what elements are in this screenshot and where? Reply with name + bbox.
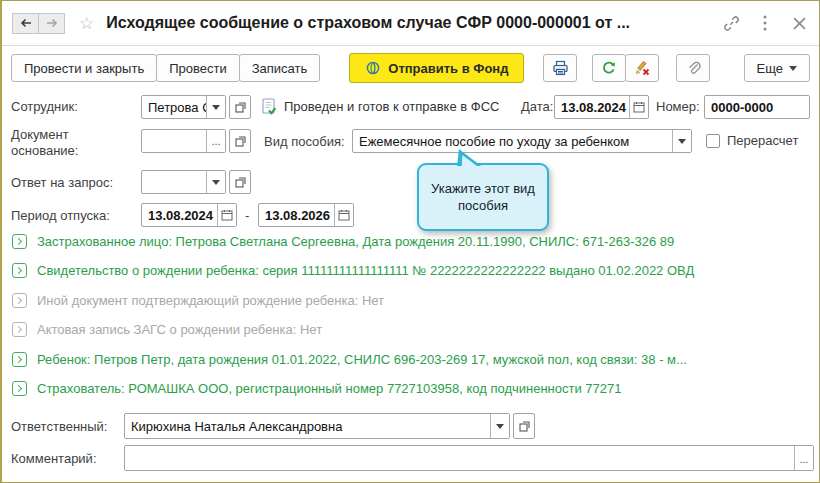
section-zags-record[interactable]: Актовая запись ЗАГС о рождении ребенка: … [12, 322, 322, 337]
nav-buttons [12, 13, 65, 34]
open-icon [235, 102, 246, 113]
employee-value: Петрова С [142, 100, 206, 115]
open-icon [235, 177, 246, 188]
save-button[interactable]: Записать [239, 54, 321, 82]
recalc-option: Перерасчет [706, 133, 798, 149]
expand-chevron-icon [12, 234, 27, 249]
date-field[interactable]: 13.08.2024 [554, 95, 649, 119]
comment-input[interactable] [125, 446, 794, 470]
section-text: Ребенок: Петров Петр, дата рождения 01.0… [37, 352, 687, 367]
reply-open-button[interactable] [229, 170, 251, 194]
posted-status-icon [261, 98, 278, 116]
base-doc-open-button[interactable] [229, 129, 251, 153]
section-text: Застрахованное лицо: Петрова Светлана Се… [37, 234, 674, 249]
comment-field[interactable]: ... [124, 445, 814, 471]
reply-dropdown-icon[interactable] [206, 171, 225, 193]
back-arrow-icon [19, 17, 33, 29]
post-button[interactable]: Провести [156, 54, 240, 82]
title-bar-actions [721, 13, 809, 33]
title-bar: ☆ Исходящее сообщение о страховом случае… [2, 1, 819, 46]
responsible-combo[interactable]: Кирюхина Наталья Александровна [124, 413, 535, 439]
back-button[interactable] [12, 13, 39, 34]
recalc-checkbox[interactable] [706, 134, 720, 148]
employee-label: Сотрудник: [11, 99, 78, 115]
date-label: Дата: [521, 99, 553, 115]
date-calendar-icon[interactable] [629, 96, 648, 118]
toolbar: Провести и закрыть Провести Записать Отп… [2, 46, 819, 90]
paperclip-icon [686, 60, 701, 76]
expand-chevron-icon [12, 381, 27, 396]
forward-button[interactable] [38, 13, 65, 34]
close-icon[interactable] [789, 13, 809, 33]
number-label: Номер: [656, 99, 700, 115]
employee-dropdown-icon[interactable] [206, 96, 225, 118]
vacation-to-calendar-icon[interactable] [334, 204, 353, 226]
section-child[interactable]: Ребенок: Петров Петр, дата рождения 01.0… [12, 352, 687, 367]
pencil-cancel-icon [634, 60, 650, 76]
more-dropdown-icon [789, 66, 797, 71]
hint-callout-text: Укажите этот вид пособия [423, 180, 543, 214]
vacation-from-value: 13.08.2024 [142, 208, 217, 223]
base-doc-field[interactable]: ... [141, 129, 251, 153]
section-insured-person[interactable]: Застрахованное лицо: Петрова Светлана Се… [12, 234, 674, 249]
reply-label: Ответ на запрос: [11, 175, 113, 191]
post-and-close-button[interactable]: Провести и закрыть [11, 54, 157, 82]
open-icon [235, 136, 246, 147]
more-label: Еще [757, 61, 783, 76]
vacation-to-field[interactable]: 13.08.2026 [258, 203, 354, 227]
date-value: 13.08.2024 [555, 100, 629, 115]
forward-arrow-icon [45, 17, 59, 29]
more-button[interactable]: Еще [744, 54, 810, 82]
post-buttons-group: Провести и закрыть Провести Записать [11, 54, 320, 82]
expand-chevron-icon [12, 322, 27, 337]
send-icon [365, 60, 381, 76]
number-field[interactable]: 0000-0000 [704, 95, 810, 119]
favorite-star-icon[interactable]: ☆ [79, 13, 94, 34]
expand-chevron-icon [12, 293, 27, 308]
section-text: Свидетельство о рождении ребенка: серия … [37, 263, 694, 278]
comment-ellipsis-icon[interactable]: ... [794, 446, 813, 471]
attachments-button[interactable] [676, 54, 710, 82]
section-text: Актовая запись ЗАГС о рождении ребенка: … [37, 322, 322, 337]
employee-open-button[interactable] [229, 95, 251, 119]
responsible-dropdown-icon[interactable] [490, 414, 509, 438]
send-to-fund-label: Отправить в Фонд [388, 61, 508, 76]
benefit-value: Ежемесячное пособие по уходу за ребенком [353, 134, 672, 149]
number-value: 0000-0000 [705, 100, 809, 115]
kebab-menu-icon[interactable] [755, 13, 775, 33]
benefit-dropdown-icon[interactable] [672, 130, 691, 152]
cancel-edit-button[interactable] [625, 54, 659, 82]
vacation-from-field[interactable]: 13.08.2024 [141, 203, 237, 227]
post-and-close-label: Провести и закрыть [24, 61, 144, 76]
section-text: Иной документ подтверждающий рождение ре… [37, 293, 384, 308]
section-insurer[interactable]: Страхователь: РОМАШКА ООО, регистрационн… [12, 381, 622, 396]
base-doc-ellipsis-icon[interactable]: ... [206, 130, 225, 152]
print-button[interactable] [543, 54, 577, 82]
responsible-open-button[interactable] [513, 413, 535, 439]
benefit-combo[interactable]: Ежемесячное пособие по уходу за ребенком [352, 129, 692, 153]
vacation-from-calendar-icon[interactable] [217, 204, 236, 226]
page-title: Исходящее сообщение о страховом случае С… [106, 14, 630, 32]
status-text: Проведен и готов к отправке в ФСС [284, 99, 499, 115]
post-label: Провести [169, 61, 227, 76]
responsible-label: Ответственный: [11, 419, 107, 435]
document-window: ☆ Исходящее сообщение о страховом случае… [0, 0, 820, 483]
expand-chevron-icon [12, 263, 27, 278]
send-to-fund-button[interactable]: Отправить в Фонд [349, 53, 524, 83]
edit-buttons-group [592, 54, 659, 82]
vacation-label: Период отпуска: [11, 208, 110, 224]
refresh-button[interactable] [592, 54, 626, 82]
vacation-to-value: 13.08.2026 [259, 208, 334, 223]
benefit-label: Вид пособия: [264, 134, 345, 150]
expand-chevron-icon [12, 352, 27, 367]
recalc-label: Перерасчет [727, 133, 798, 149]
section-other-document[interactable]: Иной документ подтверждающий рождение ре… [12, 293, 384, 308]
employee-combo[interactable]: Петрова С [141, 95, 251, 119]
section-birth-certificate[interactable]: Свидетельство о рождении ребенка: серия … [12, 263, 694, 278]
responsible-value: Кирюхина Наталья Александровна [125, 419, 490, 434]
hint-callout: Укажите этот вид пособия [417, 163, 549, 231]
reply-combo[interactable] [141, 170, 251, 194]
base-doc-label: Документ основание: [11, 127, 121, 159]
link-icon[interactable] [721, 13, 741, 33]
print-icon [552, 60, 569, 76]
